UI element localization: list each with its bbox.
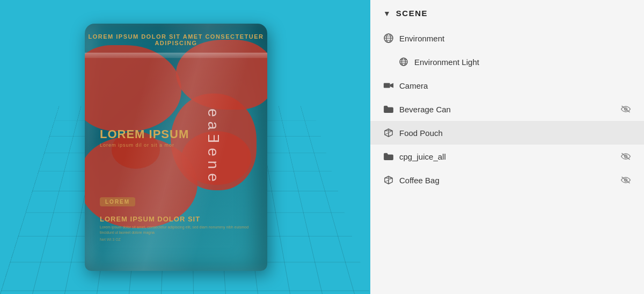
pouch-top-text: LOREM IPSUM DOLOR SIT AMET CONSECTETUER … (85, 33, 267, 46)
folder-icon (383, 105, 394, 113)
scene-item-cpg-juice-all[interactable]: cpg_juice_all (370, 145, 644, 168)
eye-slash-icon-beverage-can[interactable] (620, 105, 631, 113)
scene-item-label-cpg-juice-all: cpg_juice_all (399, 152, 615, 161)
scene-item-label-coffee-bag: Coffee Bag (399, 176, 615, 185)
scene-item-environment-light[interactable]: Environment Light (370, 50, 644, 74)
camera-icon (383, 81, 394, 90)
scene-item-label-environment: Environment (399, 34, 631, 43)
svg-line-17 (385, 133, 389, 135)
pouch-main-title: LOREM IPSUM (100, 127, 189, 141)
pouch-bottom-title: LOREM IPSUM DOLOR SIT (100, 215, 252, 223)
scene-item-food-pouch[interactable]: Food Pouch (370, 121, 644, 145)
svg-rect-10 (384, 83, 390, 88)
pouch-bottom-desc: Lorem ipsum dolor sit amet, consectetur … (100, 225, 252, 235)
scene-item-label-environment-light: Environment Light (414, 58, 631, 67)
cube-icon-coffee-bag (383, 175, 394, 185)
scene-item-coffee-bag[interactable]: Coffee Bag (370, 168, 644, 192)
pouch-3d-object: LOREM IPSUM DOLOR SIT AMET CONSECTETUER … (85, 24, 267, 271)
scene-item-label-food-pouch: Food Pouch (399, 128, 631, 138)
scene-item-label-camera: Camera (399, 81, 631, 90)
scene-header[interactable]: ▼ SCENE (370, 0, 644, 26)
scene-item-environment[interactable]: Environment (370, 26, 644, 50)
eye-slash-icon-coffee-bag[interactable] (620, 176, 631, 184)
3d-viewport[interactable]: LOREM IPSUM DOLOR SIT AMET CONSECTETUER … (0, 0, 370, 294)
globe-small-icon (398, 56, 409, 67)
scene-chevron-icon: ▼ (383, 9, 391, 18)
pouch-brand-text: eaƎene (205, 109, 223, 186)
scene-item-label-beverage-can: Beverage Can (399, 105, 615, 114)
pouch-main-subtitle: Lorem ipsum dil or sit a mor (100, 142, 189, 148)
scene-items-list: Environment Environment Light (370, 26, 644, 192)
cube-icon-food-pouch (383, 128, 394, 138)
scene-panel: ▼ SCENE Environment (370, 0, 644, 294)
eye-slash-icon-cpg-juice[interactable] (620, 152, 631, 161)
svg-line-18 (389, 131, 392, 133)
scene-title: SCENE (396, 9, 428, 18)
scene-item-camera[interactable]: Camera (370, 74, 644, 97)
svg-marker-11 (390, 83, 393, 88)
pouch-weight: Net Wt 3 OZ (100, 238, 252, 241)
folder-icon-cpg (383, 152, 394, 161)
globe-icon (383, 33, 394, 44)
pouch-badge: LOREM (100, 197, 135, 206)
svg-line-26 (389, 178, 392, 180)
scene-item-beverage-can[interactable]: Beverage Can (370, 97, 644, 121)
svg-line-25 (385, 180, 389, 182)
